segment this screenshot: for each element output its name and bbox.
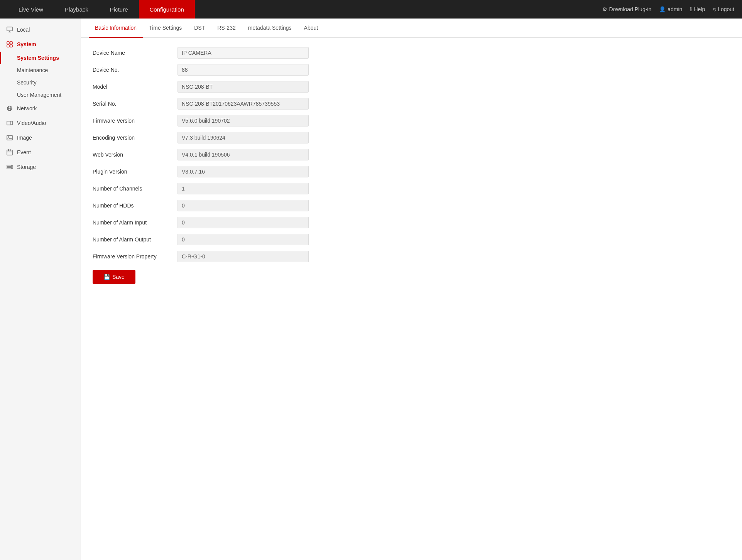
- input-firmware-version: [177, 115, 309, 127]
- input-encoding-version: [177, 132, 309, 143]
- logout-icon: ⎋: [713, 6, 716, 12]
- tab-rs-232[interactable]: RS-232: [211, 19, 242, 38]
- svg-rect-11: [7, 135, 12, 140]
- input-number-of-alarm-input: [177, 217, 309, 228]
- nav-configuration[interactable]: Configuration: [139, 0, 195, 19]
- save-icon: 💾: [103, 274, 110, 280]
- form-row-encoding-version: Encoding Version: [93, 132, 730, 143]
- label-number-of-alarm-input: Number of Alarm Input: [93, 219, 177, 226]
- tab-dst[interactable]: DST: [188, 19, 211, 38]
- input-number-of-hdds: [177, 200, 309, 211]
- form-row-web-version: Web Version: [93, 149, 730, 160]
- nav-links: Live View Playback Picture Configuration: [8, 0, 602, 19]
- sidebar-item-network[interactable]: Network: [0, 101, 81, 116]
- label-web-version: Web Version: [93, 152, 177, 158]
- sidebar-label-video-audio: Video/Audio: [17, 120, 46, 126]
- svg-rect-0: [7, 27, 12, 31]
- event-icon: [6, 149, 13, 156]
- image-icon: [6, 134, 13, 141]
- form-row-firmware-version-property: Firmware Version Property: [93, 251, 730, 262]
- main-content: Basic Information Time Settings DST RS-2…: [81, 19, 742, 560]
- input-plugin-version: [177, 166, 309, 177]
- input-device-no[interactable]: [177, 64, 309, 76]
- form-area: Device Name Device No. Model Serial No. …: [81, 38, 742, 293]
- svg-rect-5: [7, 45, 9, 47]
- nav-right: ⚙ Download Plug-in 👤 admin ℹ Help ⎋ Logo…: [602, 6, 735, 12]
- form-row-device-name: Device Name: [93, 47, 730, 59]
- label-serial-no: Serial No.: [93, 101, 177, 107]
- form-row-firmware-version: Firmware Version: [93, 115, 730, 127]
- label-device-no: Device No.: [93, 67, 177, 73]
- help-btn[interactable]: ℹ Help: [690, 6, 705, 12]
- nav-picture[interactable]: Picture: [99, 0, 139, 19]
- form-row-number-of-alarm-output: Number of Alarm Output: [93, 234, 730, 245]
- nav-playback[interactable]: Playback: [54, 0, 99, 19]
- svg-point-19: [11, 165, 12, 166]
- form-row-number-of-channels: Number of Channels: [93, 183, 730, 194]
- sidebar-item-local[interactable]: Local: [0, 22, 81, 37]
- sidebar-item-video-audio[interactable]: Video/Audio: [0, 116, 81, 130]
- sidebar-label-image: Image: [17, 135, 32, 141]
- label-encoding-version: Encoding Version: [93, 135, 177, 141]
- input-device-name[interactable]: [177, 47, 309, 59]
- form-row-number-of-hdds: Number of HDDs: [93, 200, 730, 211]
- sidebar-section: Local System System Settings Maintenance…: [0, 19, 81, 178]
- input-number-of-alarm-output: [177, 234, 309, 245]
- storage-icon: [6, 164, 13, 170]
- form-row-model: Model: [93, 81, 730, 93]
- label-firmware-version-property: Firmware Version Property: [93, 253, 177, 260]
- user-icon: 👤: [659, 6, 666, 12]
- label-device-name: Device Name: [93, 50, 177, 56]
- sidebar-label-network: Network: [17, 105, 37, 111]
- sidebar-label-event: Event: [17, 149, 31, 155]
- system-icon: [6, 41, 13, 48]
- sidebar-item-image[interactable]: Image: [0, 130, 81, 145]
- form-row-device-no: Device No.: [93, 64, 730, 76]
- sidebar-subitem-user-management[interactable]: User Management: [0, 89, 81, 101]
- download-plugin-btn[interactable]: ⚙ Download Plug-in: [602, 6, 652, 12]
- top-nav: Live View Playback Picture Configuration…: [0, 0, 742, 19]
- tab-metadata-settings[interactable]: metadata Settings: [242, 19, 298, 38]
- save-button[interactable]: 💾 Save: [93, 270, 135, 284]
- input-serial-no: [177, 98, 309, 110]
- svg-rect-13: [7, 150, 12, 155]
- input-number-of-channels: [177, 183, 309, 194]
- sidebar-label-local: Local: [17, 27, 30, 33]
- admin-btn[interactable]: 👤 admin: [659, 6, 682, 12]
- svg-rect-6: [10, 45, 12, 47]
- sidebar-subitem-system-settings[interactable]: System Settings: [0, 52, 81, 64]
- label-firmware-version: Firmware Version: [93, 118, 177, 124]
- input-firmware-version-property: [177, 251, 309, 262]
- label-model: Model: [93, 84, 177, 90]
- label-number-of-channels: Number of Channels: [93, 186, 177, 192]
- sidebar-subitem-security[interactable]: Security: [0, 76, 81, 89]
- form-row-plugin-version: Plugin Version: [93, 166, 730, 177]
- sidebar-subitem-maintenance[interactable]: Maintenance: [0, 64, 81, 76]
- info-icon: ℹ: [690, 6, 692, 12]
- tab-about[interactable]: About: [298, 19, 325, 38]
- tab-basic-information[interactable]: Basic Information: [89, 19, 143, 38]
- sidebar-item-storage[interactable]: Storage: [0, 160, 81, 174]
- svg-point-20: [11, 168, 12, 169]
- sidebar-item-system[interactable]: System: [0, 37, 81, 52]
- svg-point-12: [8, 137, 9, 138]
- save-button-label: Save: [112, 274, 125, 280]
- layout: Local System System Settings Maintenance…: [0, 19, 742, 560]
- sidebar: Local System System Settings Maintenance…: [0, 19, 81, 560]
- svg-rect-3: [7, 42, 9, 44]
- logout-btn[interactable]: ⎋ Logout: [713, 6, 734, 12]
- svg-rect-10: [7, 121, 11, 125]
- sidebar-item-event[interactable]: Event: [0, 145, 81, 160]
- tabs-bar: Basic Information Time Settings DST RS-2…: [81, 19, 742, 38]
- input-model: [177, 81, 309, 93]
- svg-rect-4: [10, 42, 12, 44]
- label-plugin-version: Plugin Version: [93, 169, 177, 175]
- form-row-number-of-alarm-input: Number of Alarm Input: [93, 217, 730, 228]
- monitor-icon: [6, 26, 13, 33]
- sidebar-label-storage: Storage: [17, 164, 36, 170]
- plug-icon: ⚙: [602, 6, 607, 12]
- sidebar-label-system: System: [17, 41, 36, 47]
- nav-live-view[interactable]: Live View: [8, 0, 54, 19]
- tab-time-settings[interactable]: Time Settings: [143, 19, 188, 38]
- label-number-of-hdds: Number of HDDs: [93, 202, 177, 209]
